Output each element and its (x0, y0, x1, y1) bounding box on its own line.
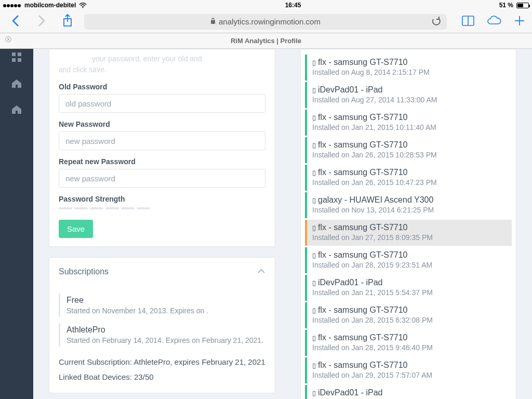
address-bar[interactable]: analytics.rowinginmotion.com (84, 14, 447, 30)
subscription-name: AthletePro (66, 325, 265, 335)
svg-rect-9 (18, 52, 21, 56)
tab-title[interactable]: RiM Analytics | Profile (0, 33, 532, 49)
device-detail: Installed on Aug 27, 2014 11:33:00 AM (312, 96, 507, 104)
device-detail: Installed on Jan 29, 2015 7:57:07 AM (312, 371, 507, 379)
device-name: iDevPad01 - iPad (318, 388, 383, 397)
bookmarks-button[interactable] (461, 15, 475, 29)
device-detail: Installed on Jan 28, 2015 9:23:51 AM (312, 261, 507, 269)
ghost-instruction-text: your password, enter your old and and cl… (59, 54, 265, 75)
icloud-button[interactable] (486, 15, 502, 29)
device-name: galaxy - HUAWEI Ascend Y300 (318, 195, 433, 204)
app-sidebar (0, 49, 33, 399)
subscription-item: AthleteProStarted on February 14, 2014. … (59, 323, 265, 347)
carrier-label: mobilcom-debitel (24, 2, 76, 9)
save-button[interactable]: Save (59, 220, 93, 238)
device-name: iDevPad01 - iPad (318, 278, 383, 287)
phone-icon: ▯ (312, 114, 316, 122)
new-tab-button[interactable] (513, 15, 526, 29)
subscriptions-header[interactable]: Subscriptions (49, 258, 275, 285)
svg-rect-8 (12, 52, 16, 56)
reload-button[interactable] (431, 17, 442, 29)
device-detail: Installed on Jan 28, 2015 6:32:08 PM (312, 316, 507, 324)
device-item[interactable]: ▯iDevPad01 - iPadInstalled on Jan 21, 20… (305, 275, 512, 301)
device-item[interactable]: ▯flx - samsung GT-S7710Installed on Jan … (305, 302, 512, 328)
phone-icon: ▯ (312, 196, 316, 204)
clock-label: 16:45 (285, 2, 301, 9)
device-item[interactable]: ▯galaxy - HUAWEI Ascend Y300Installed on… (305, 192, 512, 218)
device-name: flx - samsung GT-S7710 (318, 168, 408, 177)
old-password-label: Old Password (59, 83, 265, 91)
device-name: flx - samsung GT-S7710 (318, 58, 408, 66)
device-name: flx - samsung GT-S7710 (318, 333, 408, 342)
device-detail: Installed on Jan 27, 2015 8:09:35 PM (312, 233, 507, 242)
device-detail: Installed on Aug 8, 2014 2:15:17 PM (312, 68, 507, 76)
device-name: flx - samsung GT-S7710 (318, 113, 408, 122)
device-detail: Installed on Jan 28, 2015 9:46:40 PM (312, 343, 507, 352)
sidebar-nav-icon-3[interactable] (11, 105, 22, 116)
forward-button[interactable] (32, 14, 51, 30)
subscription-detail: Started on February 14, 2014. Expires on… (66, 336, 265, 344)
password-strength-label: Password Strength (59, 195, 265, 203)
svg-rect-11 (18, 58, 21, 62)
ios-status-bar: mobilcom-debitel 16:45 51 % (0, 0, 532, 10)
phone-icon: ▯ (312, 362, 316, 369)
subscription-item: FreeStarted on November 14, 2013. Expire… (59, 294, 265, 317)
old-password-input[interactable] (59, 94, 265, 113)
device-name: flx - samsung GT-S7710 (318, 361, 408, 369)
password-strength-meter (59, 207, 265, 209)
device-detail: Installed on Nov 13, 2014 6:21:25 PM (312, 206, 507, 214)
svg-rect-3 (211, 20, 215, 24)
phone-icon: ▯ (312, 279, 316, 287)
linked-devices-line: Linked Boat Devices: 23/50 (59, 370, 265, 385)
phone-icon: ▯ (312, 59, 316, 66)
repeat-password-label: Repeat new Password (59, 157, 265, 166)
device-detail: Installed on Jan 21, 2015 5:54:37 PM (312, 288, 507, 297)
battery-pct-label: 51 % (499, 2, 513, 9)
sidebar-nav-icon-1[interactable] (11, 52, 22, 64)
signal-dots-icon (3, 2, 21, 9)
device-item[interactable]: ▯flx - samsung GT-S7710Installed on Jan … (305, 165, 512, 191)
device-item[interactable]: ▯flx - samsung GT-S7710Installed on Jan … (305, 220, 512, 246)
safari-toolbar: analytics.rowinginmotion.com (0, 10, 532, 33)
device-name: flx - samsung GT-S7710 (318, 250, 408, 259)
device-item[interactable]: ▯flx - samsung GT-S7710Installed on Jan … (305, 357, 512, 383)
svg-rect-10 (12, 58, 16, 62)
chevron-up-icon (257, 267, 265, 276)
svg-point-0 (83, 7, 84, 8)
device-item[interactable]: ▯iDevPad01 - iPad (305, 385, 512, 399)
subscription-name: Free (66, 296, 265, 305)
device-name: flx - samsung GT-S7710 (318, 305, 408, 314)
phone-icon: ▯ (312, 251, 316, 259)
phone-icon: ▯ (312, 86, 316, 94)
phone-icon: ▯ (312, 224, 316, 232)
device-detail: Installed on Jan 26, 2015 10:47:23 PM (312, 178, 507, 187)
current-subscription-line: Current Subscription: AthletePro, expire… (59, 355, 265, 370)
battery-icon (516, 3, 529, 8)
phone-icon: ▯ (312, 169, 316, 177)
phone-icon: ▯ (312, 307, 316, 314)
device-item[interactable]: ▯iDevPad01 - iPadInstalled on Aug 27, 20… (305, 82, 512, 108)
sidebar-nav-icon-2[interactable] (11, 79, 22, 90)
phone-icon: ▯ (312, 389, 316, 397)
device-name: flx - samsung GT-S7710 (318, 140, 408, 149)
subscription-detail: Started on November 14, 2013. Expires on… (66, 307, 265, 315)
device-item[interactable]: ▯flx - samsung GT-S7710Installed on Jan … (305, 110, 512, 136)
device-item[interactable]: ▯flx - samsung GT-S7710Installed on Jan … (305, 137, 512, 163)
device-detail: Installed on Jan 21, 2015 10:11:40 AM (312, 123, 507, 131)
subscriptions-title: Subscriptions (59, 267, 109, 276)
new-password-label: New Password (59, 120, 265, 128)
phone-icon: ▯ (312, 334, 316, 342)
lock-icon (210, 18, 216, 26)
device-detail: Installed on Jan 26, 2015 10:28:53 PM (312, 151, 507, 159)
repeat-password-input[interactable] (59, 169, 265, 188)
device-item[interactable]: ▯flx - samsung GT-S7710Installed on Jan … (305, 330, 512, 356)
wifi-icon (79, 3, 87, 8)
back-button[interactable] (6, 14, 25, 30)
close-tab-icon[interactable]: ⓧ (5, 35, 11, 44)
device-item[interactable]: ▯flx - samsung GT-S7710Installed on Aug … (305, 55, 512, 81)
device-item[interactable]: ▯flx - samsung GT-S7710Installed on Jan … (305, 247, 512, 273)
new-password-input[interactable] (59, 131, 265, 150)
share-button[interactable] (58, 14, 77, 30)
device-name: iDevPad01 - iPad (318, 85, 383, 94)
url-host: analytics.rowinginmotion.com (219, 17, 321, 26)
